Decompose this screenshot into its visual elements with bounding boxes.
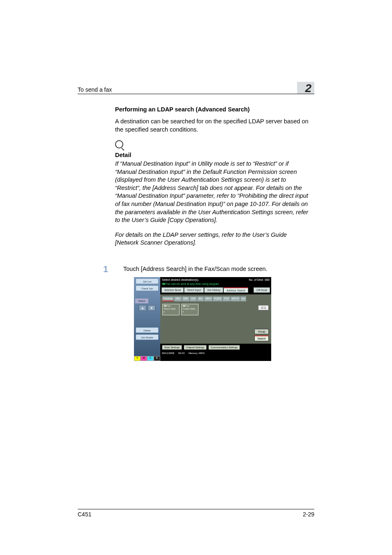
intro-paragraph: A destination can be searched for on the… <box>115 118 310 134</box>
header-rule <box>78 94 314 94</box>
step-number: 1 <box>103 264 108 275</box>
magnifier-icon <box>115 140 123 148</box>
status-label: Status <box>135 298 148 303</box>
destination-list: ☎Fax Tokyo Sale s ☎Fax Osaka Sale s <box>162 304 269 315</box>
dest-tokyo[interactable]: ☎Fax Tokyo Sale s <box>162 304 180 315</box>
meta-time: 00:43 <box>178 352 184 354</box>
alpha-pqrs[interactable]: PQRS <box>213 296 222 301</box>
check-job-button[interactable]: Check Job <box>136 285 159 291</box>
meta-date: 03/11/2008 <box>162 352 174 354</box>
meta-bar: 03/11/2008 00:43 Memory 100% <box>160 351 271 355</box>
detail-paragraph-1: If “Manual Destination Input” in Utility… <box>115 160 310 224</box>
step-text: Touch [Address Search] in the Fax/Scan m… <box>123 266 267 272</box>
scan-settings-button[interactable]: Scan Settings <box>162 345 182 350</box>
meta-memory-pct: 100% <box>198 352 204 354</box>
toner-y: Y <box>134 356 141 361</box>
group-button[interactable]: Group <box>254 329 269 334</box>
arrow-up-icon[interactable]: ▲ <box>139 305 146 311</box>
comm-settings-button[interactable]: Communication Settings <box>208 345 240 350</box>
sidebar: Job List Check Job Status ▲ ▼ Delete Job… <box>134 277 160 361</box>
footer-page-number: 2-29 <box>303 511 314 518</box>
tab-off-hook[interactable]: Off-Hook <box>254 287 270 293</box>
delete-button[interactable]: Delete <box>136 327 159 333</box>
alpha-jkl[interactable]: JKL <box>197 296 204 301</box>
search-button[interactable]: Search <box>254 335 269 341</box>
arrow-down-icon[interactable]: ▼ <box>148 305 155 311</box>
tab-job-history[interactable]: Job History <box>204 287 224 293</box>
tab-address-search[interactable]: Address Search <box>224 287 248 293</box>
tab-bar: Address Book Direct Input Job History Ad… <box>160 287 271 294</box>
footer-model: C451 <box>78 511 91 518</box>
chapter-number: 2 <box>305 82 311 95</box>
toner-levels: Y M C K <box>134 356 160 361</box>
alpha-filter: Favorite ABC DEF GHI JKL MNO PQRS TUV WX… <box>162 296 269 301</box>
alpha-tuv[interactable]: TUV <box>223 296 230 301</box>
title-bar: Select desired destination(s). No. of De… <box>160 277 271 282</box>
body-area: Favorite ABC DEF GHI JKL MNO PQRS TUV WX… <box>160 294 271 344</box>
job-list-button[interactable]: Job List <box>136 278 159 284</box>
toner-k: K <box>154 356 160 361</box>
title-text: Select desired destination(s). <box>162 278 199 281</box>
tab-direct-input[interactable]: Direct Input <box>184 287 203 293</box>
side-buttons: Group Search <box>254 329 269 341</box>
detail-paragraph-2: For details on the LDAP server settings,… <box>115 231 310 247</box>
page-indicator: 1/ 1 <box>258 305 269 310</box>
alpha-etc[interactable]: etc <box>240 296 246 301</box>
section-subtitle: Performing an LDAP search (Advanced Sear… <box>115 106 310 113</box>
toner-m: M <box>141 356 147 361</box>
job-details-button[interactable]: Job Details <box>136 334 159 340</box>
original-settings-button[interactable]: Original Settings <box>184 345 207 350</box>
tab-address-book[interactable]: Address Book <box>161 287 184 293</box>
alpha-ghi[interactable]: GHI <box>190 296 197 301</box>
hint-text: ☎Fax can be sent at any time using keypa… <box>160 282 271 287</box>
toner-c: C <box>147 356 154 361</box>
running-header: To send a fax <box>78 86 112 93</box>
alpha-abc[interactable]: ABC <box>174 296 182 301</box>
footer-rule <box>78 509 314 509</box>
alpha-wxyz[interactable]: WXYZ <box>231 296 240 301</box>
main-panel: Select desired destination(s). No. of De… <box>160 277 271 361</box>
device-screenshot: Job List Check Job Status ▲ ▼ Delete Job… <box>134 277 271 361</box>
dest-badge: No. of Dest <box>249 278 263 281</box>
bottom-bar: Scan Settings Original Settings Communic… <box>160 344 271 351</box>
alpha-def[interactable]: DEF <box>182 296 189 301</box>
alpha-mno[interactable]: MNO <box>204 296 212 301</box>
body-content: Performing an LDAP search (Advanced Sear… <box>115 106 310 254</box>
alpha-favorite[interactable]: Favorite <box>162 296 174 301</box>
nav-arrows: ▲ ▼ <box>134 305 160 311</box>
dest-osaka[interactable]: ☎Fax Osaka Sale s <box>181 304 198 315</box>
dest-count: 000 <box>265 278 270 281</box>
meta-memory-label: Memory <box>189 352 198 354</box>
detail-label: Detail <box>115 152 310 158</box>
